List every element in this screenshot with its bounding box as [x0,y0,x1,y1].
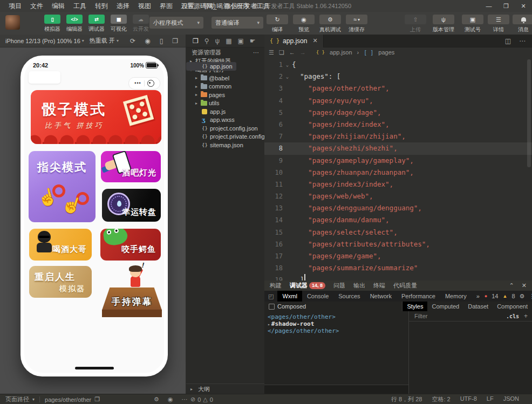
maximize-icon[interactable]: ❐ [497,0,515,12]
devtools-tab-network[interactable]: Network [365,291,397,302]
rotate-icon[interactable]: ⟳ [130,37,135,45]
devtools-tab-sources[interactable]: Sources [333,291,365,302]
breadcrumb-file[interactable]: app.json [330,49,352,56]
compile-button[interactable]: ↻ 编译 [267,15,288,33]
package-icon[interactable]: ▣ [237,37,243,45]
tile-restart-life[interactable]: 重启人生 模拟器 [29,266,92,298]
cls-button[interactable]: .cls [506,313,519,319]
more-icon[interactable]: ⋯ [519,37,526,45]
component-data-tab[interactable]: Component Data [493,302,532,311]
menu-devtools[interactable]: 微信开发者工具 [220,0,274,12]
test-account-button[interactable]: ▣ 测试号 [461,15,485,33]
wxml-open-tag[interactable]: <pages/other/other> [268,313,408,320]
details-button[interactable]: ☰ 详情 [488,15,509,33]
code-editor[interactable]: 1⌄{ 2⌄ "pages": [ 3 "pages/other/other",… [264,57,532,280]
menu-project[interactable]: 项目 [4,0,26,12]
tree-file-sitemap[interactable]: {} sitemap.json [186,141,264,149]
overflow-tabs-icon[interactable]: » [472,291,485,302]
version-control-button[interactable]: ψ 版本管理 [429,15,458,33]
more-icon[interactable]: ⋯ [181,396,187,403]
menu-file[interactable]: 文件 [26,0,47,12]
breadcrumb-node[interactable]: pages [378,49,394,56]
styles-filter-input[interactable] [413,312,503,320]
encoding[interactable]: UTF-8 [460,395,477,403]
more-menu-button[interactable]: ••• [134,78,141,89]
editor-scrollbar[interactable] [527,59,531,167]
tree-folder-utils[interactable]: ▸ utils [186,99,264,108]
tile-dice-mode[interactable]: ⚄ 骰子模式 比手气 拼技巧 [31,90,161,144]
mode-select[interactable]: 小程序模式 ▾ [149,17,203,29]
visualize-button[interactable]: ▦ 可视化 [110,15,128,33]
kebab-menu-icon[interactable]: ⋮ [529,293,532,300]
list-icon[interactable]: ☰ [269,49,274,56]
tree-folder-common[interactable]: ▸ common [186,83,264,91]
tree-file-app-wxss[interactable]: ʒ app.wxss [186,116,264,125]
add-style-icon[interactable]: + [524,312,528,320]
console-drawer[interactable] [264,385,408,394]
device-select[interactable]: iPhone 12/13 (Pro) 100% 16 [5,38,80,44]
search-icon[interactable]: ⚲ [204,37,209,45]
panel-tab-build[interactable]: 构建 [270,282,282,290]
device-frame-icon[interactable]: ▯ [160,37,163,45]
menu-interface[interactable]: 界面 [155,0,177,12]
more-icon[interactable]: ⋯ [253,49,259,56]
close-tab-icon[interactable]: ✕ [312,37,317,44]
preview-button[interactable]: ◉ 预览 [293,15,315,33]
tile-lucky-wheel[interactable]: 幸运转盘 [102,189,161,222]
tree-file-app-js[interactable]: app.js [186,107,264,116]
tile-fingertip-mode[interactable]: 指尖模式 ☝ ☝ [29,151,96,222]
tile-handheld-danmu[interactable]: ! 手持弹幕 [102,264,162,317]
tree-file-project-config[interactable]: {} project.config.json [186,124,264,133]
tree-file-project-private-config[interactable]: {} project.private.config.js… [186,133,264,141]
panel-tab-debugger[interactable]: 调试器 14, 8 [290,282,325,290]
editor-toggle-button[interactable]: </> 编辑器 [65,15,84,33]
clear-cache-button[interactable]: ≈▾ 清缓存 [346,15,367,33]
pointer-icon[interactable]: ☛ [250,37,256,45]
menu-tools[interactable]: 工具 [69,0,91,12]
split-editor-icon[interactable]: ◫ [505,37,511,45]
tree-file-app-json[interactable]: {} app.json [186,62,236,71]
panel-tab-code-quality[interactable]: 代码质量 [393,282,417,290]
page-path-label[interactable]: 页面路径 [5,395,29,403]
composed-checkbox[interactable] [269,304,275,310]
close-icon[interactable]: ✕ [515,0,532,12]
styles-tab[interactable]: Styles [403,302,427,311]
debugger-toggle-button[interactable]: ⇄ 调试器 [87,15,106,33]
tile-drinking-bro[interactable]: 喝酒大哥 [29,229,92,261]
menu-goto[interactable]: 转到 [91,0,112,12]
cursor-position[interactable]: 行 8，列 28 [391,395,422,403]
bookmark-icon[interactable]: ❏ [279,49,284,56]
devtools-tab-console[interactable]: Console [302,291,333,302]
back-icon[interactable]: ← [289,49,295,56]
gear-icon[interactable]: ⚙ [154,396,159,403]
tile-bar-light[interactable]: 酒吧灯光 [101,151,161,182]
files-icon[interactable]: ❐ [193,37,199,45]
tree-folder-pages[interactable]: ▸ pages [186,91,264,99]
simulator-toggle-button[interactable]: ▯ 模拟器 [43,15,62,33]
copy-icon[interactable]: ❐ [94,396,100,403]
forward-icon[interactable]: → [300,49,306,56]
computed-tab[interactable]: Computed [427,302,463,311]
avatar[interactable] [5,15,20,30]
menu-select[interactable]: 选择 [112,0,134,12]
fold-icon[interactable]: ⌄ [283,71,292,83]
wxml-close-tag[interactable]: </pages/other/other> [268,327,408,334]
dataset-tab[interactable]: Dataset [463,302,493,311]
collapse-panel-icon[interactable]: ⌃ [509,282,514,289]
tree-folder-babel[interactable]: ▸ @babel [186,74,264,83]
eye-icon[interactable]: ◉ [168,396,173,403]
extensions-icon[interactable]: ▦ [226,37,231,45]
messages-button[interactable]: 消息 [513,15,532,33]
gear-icon[interactable]: ⚙ [520,293,525,300]
hot-reload-toggle[interactable]: 热重载 开 [90,37,115,45]
outline-section[interactable]: ▸ 大纲 [186,384,264,394]
devtools-tab-memory[interactable]: Memory [440,291,472,302]
menu-view[interactable]: 视图 [134,0,155,12]
multi-window-icon[interactable]: ❐ [172,37,178,45]
compile-mode-select[interactable]: 普通编译 ▾ [212,17,263,29]
panel-tab-terminal[interactable]: 终端 [373,282,385,290]
panel-tab-output[interactable]: 输出 [353,282,365,290]
menu-settings[interactable]: 设置 [177,0,199,12]
eol-setting[interactable]: LF [487,395,494,403]
close-panel-icon[interactable]: ✕ [522,282,527,289]
